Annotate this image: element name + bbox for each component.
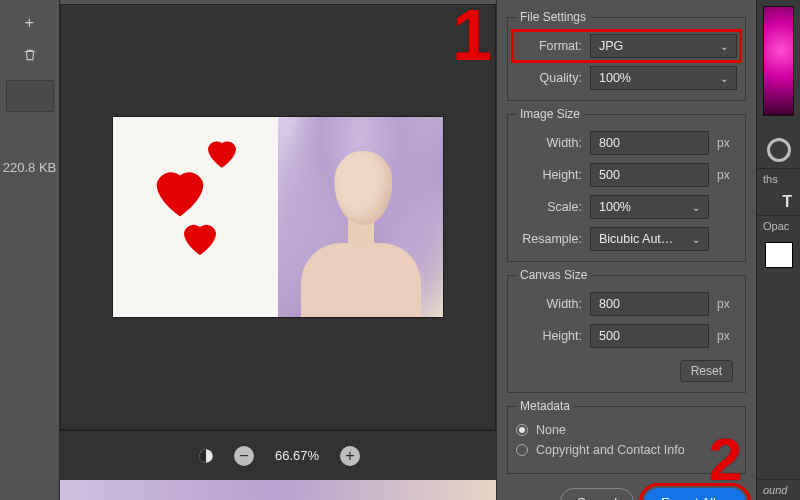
chevron-down-icon: ⌄ xyxy=(720,41,728,52)
add-icon[interactable]: + xyxy=(19,12,41,34)
radio-icon xyxy=(516,444,528,456)
foreground-color-swatch[interactable] xyxy=(765,242,793,268)
cancel-button[interactable]: Cancel xyxy=(560,488,634,500)
metadata-none-option[interactable]: None xyxy=(516,423,737,437)
canvas-width-input[interactable]: 800 xyxy=(590,292,709,316)
format-value: JPG xyxy=(599,39,623,53)
preview-canvas xyxy=(113,117,443,317)
metadata-copyright-label: Copyright and Contact Info xyxy=(536,443,685,457)
export-all-button[interactable]: Export All… xyxy=(644,488,746,500)
preview-column: − 66.67% + xyxy=(60,0,496,500)
asset-thumbnail[interactable] xyxy=(6,80,54,112)
scale-label: Scale: xyxy=(516,200,582,214)
chevron-down-icon: ⌄ xyxy=(720,73,728,84)
preview-toolbar: − 66.67% + xyxy=(60,430,496,480)
resample-select[interactable]: Bicubic Aut… ⌄ xyxy=(590,227,709,251)
opacity-label-fragment: Opac xyxy=(757,215,800,236)
quality-value: 100% xyxy=(599,71,631,85)
format-label: Format: xyxy=(516,39,582,53)
metadata-copyright-option[interactable]: Copyright and Contact Info xyxy=(516,443,737,457)
width-label: Width: xyxy=(516,136,582,150)
section-title: File Settings xyxy=(516,10,590,24)
scale-select[interactable]: 100% ⌄ xyxy=(590,195,709,219)
unit-px: px xyxy=(717,329,737,343)
image-width-input[interactable]: 800 xyxy=(590,131,709,155)
reset-button[interactable]: Reset xyxy=(680,360,733,382)
zoom-out-icon[interactable]: − xyxy=(234,446,254,466)
zoom-in-icon[interactable]: + xyxy=(340,446,360,466)
trash-icon[interactable] xyxy=(19,44,41,66)
cropped-image-strip xyxy=(60,480,496,500)
chevron-down-icon: ⌄ xyxy=(692,234,700,245)
color-picker-swatch[interactable] xyxy=(763,6,794,116)
canvas-size-section: Canvas Size Width: 800 px Height: 500 px… xyxy=(507,268,746,393)
heart-icon xyxy=(173,213,227,261)
preview-left-half xyxy=(113,117,278,317)
canvas-height-label: Height: xyxy=(516,329,582,343)
unit-px: px xyxy=(717,297,737,311)
unit-px: px xyxy=(717,136,737,150)
export-settings-panel: File Settings Format: JPG ⌄ Quality: 100… xyxy=(496,0,756,500)
file-settings-section: File Settings Format: JPG ⌄ Quality: 100… xyxy=(507,10,746,101)
chevron-down-icon: ⌄ xyxy=(692,202,700,213)
canvas-width-label: Width: xyxy=(516,297,582,311)
file-size-label: 220.8 KB xyxy=(3,160,57,175)
type-tool-icon: T xyxy=(757,189,800,215)
format-select[interactable]: JPG ⌄ xyxy=(590,34,737,58)
unit-px: px xyxy=(717,168,737,182)
heart-icon xyxy=(199,131,245,173)
radio-icon xyxy=(516,424,528,436)
preview-right-half xyxy=(278,117,443,317)
section-title: Image Size xyxy=(516,107,584,121)
image-size-section: Image Size Width: 800 px Height: 500 px … xyxy=(507,107,746,262)
resample-label: Resample: xyxy=(516,232,582,246)
circle-icon xyxy=(767,138,791,162)
background-text-fragment: ound xyxy=(757,479,800,500)
background-panels: ths T Opac ound xyxy=(756,0,800,500)
quality-select[interactable]: 100% ⌄ xyxy=(590,66,737,90)
zoom-percent[interactable]: 66.67% xyxy=(272,448,322,463)
left-asset-strip: + 220.8 KB xyxy=(0,0,60,500)
preview-canvas-area xyxy=(60,4,496,430)
canvas-height-input[interactable]: 500 xyxy=(590,324,709,348)
contrast-icon[interactable] xyxy=(196,446,216,466)
section-title: Metadata xyxy=(516,399,574,413)
paths-tab-fragment: ths xyxy=(757,168,800,189)
quality-row: Quality: 100% ⌄ xyxy=(516,66,737,90)
format-row: Format: JPG ⌄ xyxy=(516,34,737,58)
height-label: Height: xyxy=(516,168,582,182)
quality-label: Quality: xyxy=(516,71,582,85)
image-height-input[interactable]: 500 xyxy=(590,163,709,187)
dialog-footer: Cancel Export All… xyxy=(507,480,746,500)
metadata-none-label: None xyxy=(536,423,566,437)
section-title: Canvas Size xyxy=(516,268,591,282)
metadata-section: Metadata None Copyright and Contact Info xyxy=(507,399,746,474)
